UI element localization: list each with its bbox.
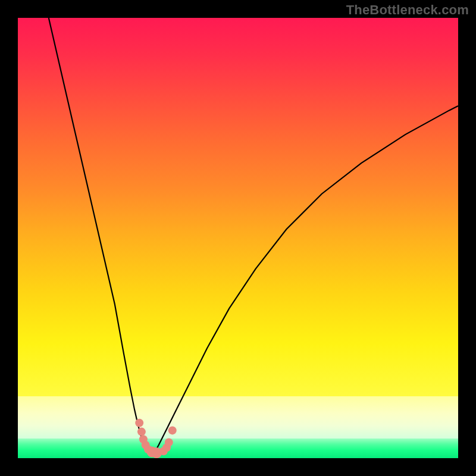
curve-left — [49, 18, 152, 456]
watermark-text: TheBottleneck.com — [346, 2, 469, 18]
scatter-dot — [137, 428, 146, 436]
scatter-dots — [135, 419, 177, 458]
chart-frame: TheBottleneck.com — [0, 0, 476, 476]
scatter-dot — [135, 419, 143, 427]
overlay-svg — [18, 18, 458, 458]
scatter-dot — [165, 438, 173, 446]
curve-right — [152, 106, 458, 456]
plot-area — [18, 18, 458, 458]
scatter-dot — [168, 426, 177, 434]
